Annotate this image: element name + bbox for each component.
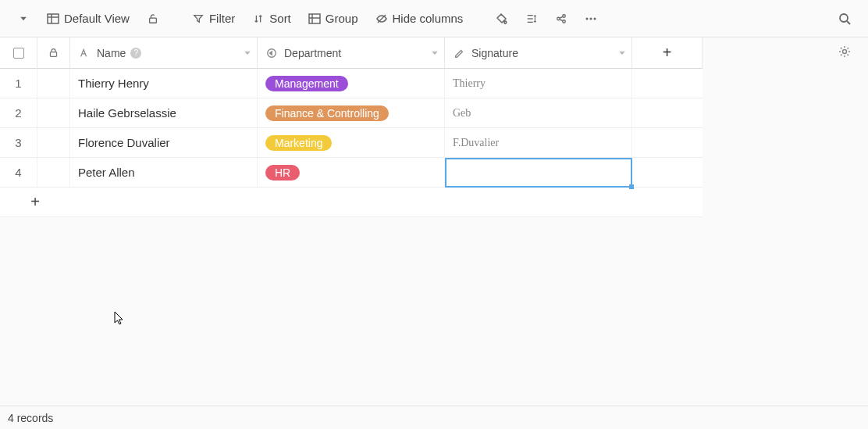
text-column-icon [78,47,91,59]
row-lock-cell[interactable] [37,128,70,158]
signature-column-icon [453,47,465,59]
column-label: Department [284,47,341,59]
svg-point-11 [557,17,560,20]
hide-columns-label: Hide columns [393,12,464,25]
select-column-icon [265,47,278,59]
column-header-name[interactable]: Name ? [70,38,258,69]
share-button[interactable] [549,9,574,28]
row-lock-cell[interactable] [37,98,70,128]
search-icon [838,13,851,25]
chevron-down-icon [430,48,439,58]
svg-rect-21 [50,52,56,57]
unlock-icon [147,13,159,25]
row-number[interactable]: 2 [0,98,37,128]
column-label: Signature [471,47,518,59]
grid-wrap: Name ? Department Signature + 1Thierry H… [0,38,868,217]
svg-rect-3 [150,18,157,23]
add-row-fill [70,188,703,217]
cell-name[interactable]: Peter Allen [70,158,258,188]
filter-button[interactable]: Filter [186,9,241,28]
cell-department[interactable]: Finance & Controlling [258,98,445,128]
lock-column-header[interactable] [37,38,70,69]
filter-label: Filter [209,12,235,25]
sort-label: Sort [269,12,291,25]
cell-department[interactable]: Marketing [258,128,445,158]
cell-signature[interactable]: Thierry [445,69,632,98]
hide-columns-button[interactable]: Hide columns [369,9,470,28]
row-number[interactable]: 3 [0,128,37,158]
row-number[interactable]: 1 [0,69,37,98]
paint-bucket-icon [496,13,508,25]
column-label: Name [97,47,126,59]
eye-off-icon [375,13,388,25]
cell-name[interactable]: Haile Gebrselassie [70,98,258,128]
cell-signature[interactable]: Geb [445,98,632,128]
view-name: Default View [64,12,130,25]
row-lock-cell[interactable] [37,69,70,98]
column-header-signature[interactable]: Signature [445,38,632,69]
group-button[interactable]: Group [302,9,365,28]
share-icon [555,13,567,25]
svg-point-12 [563,14,566,17]
view-switcher[interactable]: Default View [41,9,136,28]
plus-icon: + [663,44,672,62]
cell-name[interactable]: Florence Duvalier [70,128,258,158]
cell-empty [632,128,703,158]
cell-department[interactable]: Management [258,69,445,98]
checkbox-icon [13,48,24,59]
row-height-button[interactable] [519,9,544,28]
cell-empty [632,158,703,188]
column-header-department[interactable]: Department [258,38,445,69]
signature-text: F.Duvalier [453,137,499,149]
more-button[interactable] [578,9,603,28]
record-count: 4 records [8,412,53,424]
table-settings-button[interactable] [838,45,851,58]
lock-icon [48,48,59,58]
data-grid: Name ? Department Signature + 1Thierry H… [0,38,868,217]
svg-point-23 [843,50,847,54]
group-icon [308,13,321,25]
mouse-cursor-icon [114,311,125,327]
department-pill: Finance & Controlling [265,105,389,121]
cell-department[interactable]: HR [258,158,445,188]
search-button[interactable] [832,9,857,28]
svg-rect-0 [48,14,59,23]
row-height-icon [525,13,538,25]
svg-line-15 [560,19,564,20]
chevron-down-icon [243,48,252,58]
cell-name[interactable]: Thierry Henry [70,69,258,98]
view-options-dropdown[interactable] [11,9,36,28]
lock-view-button[interactable] [141,9,165,28]
color-button[interactable] [489,9,514,28]
grid-icon [47,13,59,25]
group-label: Group [326,12,358,25]
cell-signature[interactable]: F.Duvalier [445,128,632,158]
svg-rect-4 [309,14,320,23]
add-row-button[interactable]: + [0,188,70,217]
gear-icon [838,45,851,58]
svg-point-16 [586,17,589,20]
cell-empty [632,69,703,98]
add-column-button[interactable]: + [632,38,703,69]
svg-point-18 [594,17,596,20]
sort-icon [252,13,265,25]
chevron-down-icon [617,48,627,58]
department-pill: Management [265,76,348,91]
row-lock-cell[interactable] [37,158,70,188]
dots-icon [585,13,597,25]
caret-down-icon [17,13,30,25]
svg-point-19 [840,14,848,22]
signature-text: Geb [453,107,471,120]
select-all-header[interactable] [0,38,37,69]
sort-button[interactable]: Sort [246,9,297,28]
svg-point-13 [563,20,566,23]
signature-text: Thierry [453,77,486,90]
row-number[interactable]: 4 [0,158,37,188]
cell-signature[interactable] [445,158,632,188]
cell-empty [632,98,703,128]
svg-line-14 [560,16,564,18]
status-bar: 4 records [0,406,868,429]
svg-point-17 [590,17,592,20]
help-icon: ? [130,48,141,59]
toolbar: Default View Filter Sort Group Hide colu… [0,0,868,38]
